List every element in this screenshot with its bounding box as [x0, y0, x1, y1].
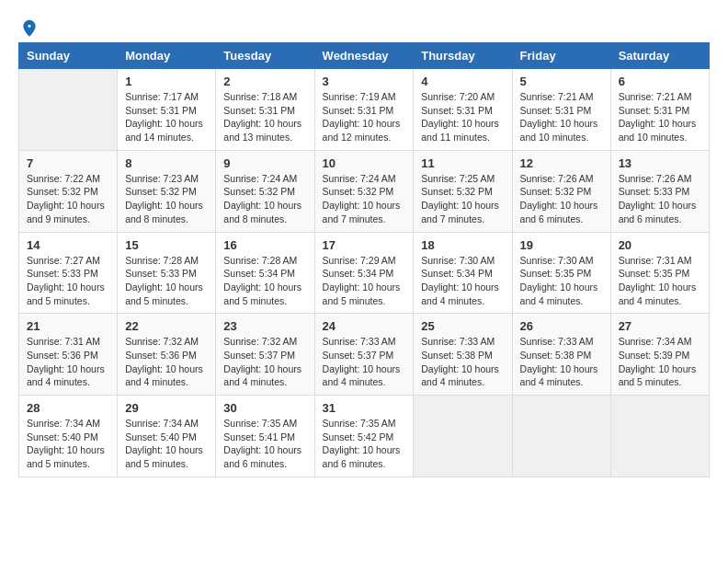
day-number: 19 — [520, 238, 603, 252]
day-number: 28 — [27, 401, 109, 415]
day-number: 9 — [223, 156, 306, 170]
calendar-cell: 20Sunrise: 7:31 AMSunset: 5:35 PMDayligh… — [610, 232, 709, 314]
day-info: Sunrise: 7:32 AMSunset: 5:36 PMDaylight:… — [125, 335, 208, 389]
calendar-cell: 4Sunrise: 7:20 AMSunset: 5:31 PMDaylight… — [414, 69, 512, 151]
calendar-cell: 17Sunrise: 7:29 AMSunset: 5:34 PMDayligh… — [314, 232, 414, 314]
day-info: Sunrise: 7:31 AMSunset: 5:36 PMDaylight:… — [27, 335, 109, 389]
calendar-cell — [414, 396, 512, 477]
calendar-cell: 1Sunrise: 7:17 AMSunset: 5:31 PMDaylight… — [118, 69, 216, 151]
calendar-cell: 27Sunrise: 7:34 AMSunset: 5:39 PMDayligh… — [610, 314, 709, 396]
day-info: Sunrise: 7:20 AMSunset: 5:31 PMDaylight:… — [421, 90, 504, 144]
calendar-cell: 24Sunrise: 7:33 AMSunset: 5:37 PMDayligh… — [314, 314, 414, 396]
day-number: 15 — [125, 238, 208, 252]
day-info: Sunrise: 7:27 AMSunset: 5:33 PMDaylight:… — [27, 254, 109, 308]
day-info: Sunrise: 7:24 AMSunset: 5:32 PMDaylight:… — [323, 172, 406, 226]
day-number: 7 — [27, 156, 109, 170]
calendar-cell: 6Sunrise: 7:21 AMSunset: 5:31 PMDaylight… — [610, 69, 709, 151]
header-cell-sunday: Sunday — [19, 43, 118, 69]
day-info: Sunrise: 7:25 AMSunset: 5:32 PMDaylight:… — [421, 172, 504, 226]
day-number: 5 — [520, 75, 603, 88]
calendar-cell: 19Sunrise: 7:30 AMSunset: 5:35 PMDayligh… — [512, 232, 610, 314]
day-info: Sunrise: 7:21 AMSunset: 5:31 PMDaylight:… — [520, 90, 603, 144]
calendar-cell: 9Sunrise: 7:24 AMSunset: 5:32 PMDaylight… — [216, 150, 314, 232]
day-number: 25 — [421, 319, 504, 333]
day-info: Sunrise: 7:28 AMSunset: 5:34 PMDaylight:… — [223, 254, 306, 308]
day-info: Sunrise: 7:34 AMSunset: 5:40 PMDaylight:… — [27, 417, 109, 471]
week-row-5: 28Sunrise: 7:34 AMSunset: 5:40 PMDayligh… — [19, 396, 710, 477]
day-info: Sunrise: 7:19 AMSunset: 5:31 PMDaylight:… — [323, 90, 406, 144]
calendar-cell — [19, 69, 118, 151]
calendar-cell: 10Sunrise: 7:24 AMSunset: 5:32 PMDayligh… — [314, 150, 414, 232]
day-info: Sunrise: 7:21 AMSunset: 5:31 PMDaylight:… — [619, 90, 701, 144]
header-cell-monday: Monday — [118, 43, 216, 69]
calendar-cell: 12Sunrise: 7:26 AMSunset: 5:32 PMDayligh… — [512, 150, 610, 232]
calendar-cell: 8Sunrise: 7:23 AMSunset: 5:32 PMDaylight… — [118, 150, 216, 232]
day-number: 20 — [619, 238, 701, 252]
logo — [18, 18, 39, 33]
day-number: 17 — [323, 238, 406, 252]
day-info: Sunrise: 7:26 AMSunset: 5:33 PMDaylight:… — [619, 172, 701, 226]
day-info: Sunrise: 7:30 AMSunset: 5:34 PMDaylight:… — [421, 254, 504, 308]
calendar-cell: 2Sunrise: 7:18 AMSunset: 5:31 PMDaylight… — [216, 69, 314, 151]
day-number: 11 — [421, 156, 504, 170]
day-info: Sunrise: 7:34 AMSunset: 5:40 PMDaylight:… — [125, 417, 208, 471]
day-number: 18 — [421, 238, 504, 252]
day-info: Sunrise: 7:17 AMSunset: 5:31 PMDaylight:… — [125, 90, 208, 144]
calendar-cell: 31Sunrise: 7:35 AMSunset: 5:42 PMDayligh… — [314, 396, 414, 477]
calendar-cell: 25Sunrise: 7:33 AMSunset: 5:38 PMDayligh… — [414, 314, 512, 396]
day-number: 27 — [619, 319, 701, 333]
day-number: 1 — [125, 75, 208, 88]
week-row-4: 21Sunrise: 7:31 AMSunset: 5:36 PMDayligh… — [19, 314, 710, 396]
header-cell-wednesday: Wednesday — [314, 43, 414, 69]
day-info: Sunrise: 7:24 AMSunset: 5:32 PMDaylight:… — [223, 172, 306, 226]
calendar-cell: 14Sunrise: 7:27 AMSunset: 5:33 PMDayligh… — [19, 232, 118, 314]
day-number: 16 — [223, 238, 306, 252]
day-number: 2 — [223, 75, 306, 88]
day-number: 26 — [520, 319, 603, 333]
day-info: Sunrise: 7:33 AMSunset: 5:38 PMDaylight:… — [421, 335, 504, 389]
calendar-cell: 3Sunrise: 7:19 AMSunset: 5:31 PMDaylight… — [314, 69, 414, 151]
calendar-cell: 7Sunrise: 7:22 AMSunset: 5:32 PMDaylight… — [19, 150, 118, 232]
header-cell-tuesday: Tuesday — [216, 43, 314, 69]
day-number: 10 — [323, 156, 406, 170]
day-number: 24 — [323, 319, 406, 333]
day-info: Sunrise: 7:34 AMSunset: 5:39 PMDaylight:… — [619, 335, 701, 389]
day-info: Sunrise: 7:35 AMSunset: 5:42 PMDaylight:… — [323, 417, 406, 471]
calendar-cell: 11Sunrise: 7:25 AMSunset: 5:32 PMDayligh… — [414, 150, 512, 232]
day-number: 14 — [27, 238, 109, 252]
week-row-3: 14Sunrise: 7:27 AMSunset: 5:33 PMDayligh… — [19, 232, 710, 314]
day-number: 6 — [619, 75, 701, 88]
calendar: SundayMondayTuesdayWednesdayThursdayFrid… — [18, 42, 710, 477]
week-row-2: 7Sunrise: 7:22 AMSunset: 5:32 PMDaylight… — [19, 150, 710, 232]
day-info: Sunrise: 7:18 AMSunset: 5:31 PMDaylight:… — [223, 90, 306, 144]
calendar-cell: 15Sunrise: 7:28 AMSunset: 5:33 PMDayligh… — [118, 232, 216, 314]
header-row: SundayMondayTuesdayWednesdayThursdayFrid… — [19, 43, 710, 69]
calendar-cell: 21Sunrise: 7:31 AMSunset: 5:36 PMDayligh… — [19, 314, 118, 396]
calendar-cell: 16Sunrise: 7:28 AMSunset: 5:34 PMDayligh… — [216, 232, 314, 314]
day-number: 8 — [125, 156, 208, 170]
day-info: Sunrise: 7:35 AMSunset: 5:41 PMDaylight:… — [223, 417, 306, 471]
calendar-cell: 18Sunrise: 7:30 AMSunset: 5:34 PMDayligh… — [414, 232, 512, 314]
day-number: 13 — [619, 156, 701, 170]
header-cell-friday: Friday — [512, 43, 610, 69]
day-info: Sunrise: 7:31 AMSunset: 5:35 PMDaylight:… — [619, 254, 701, 308]
day-number: 29 — [125, 401, 208, 415]
header — [18, 18, 710, 33]
header-cell-saturday: Saturday — [610, 43, 709, 69]
day-info: Sunrise: 7:22 AMSunset: 5:32 PMDaylight:… — [27, 172, 109, 226]
day-info: Sunrise: 7:30 AMSunset: 5:35 PMDaylight:… — [520, 254, 603, 308]
header-cell-thursday: Thursday — [414, 43, 512, 69]
day-number: 23 — [223, 319, 306, 333]
day-number: 31 — [323, 401, 406, 415]
day-info: Sunrise: 7:29 AMSunset: 5:34 PMDaylight:… — [323, 254, 406, 308]
calendar-cell: 28Sunrise: 7:34 AMSunset: 5:40 PMDayligh… — [19, 396, 118, 477]
calendar-cell: 26Sunrise: 7:33 AMSunset: 5:38 PMDayligh… — [512, 314, 610, 396]
day-info: Sunrise: 7:23 AMSunset: 5:32 PMDaylight:… — [125, 172, 208, 226]
day-number: 12 — [520, 156, 603, 170]
day-number: 30 — [223, 401, 306, 415]
calendar-cell — [610, 396, 709, 477]
day-info: Sunrise: 7:28 AMSunset: 5:33 PMDaylight:… — [125, 254, 208, 308]
calendar-cell: 13Sunrise: 7:26 AMSunset: 5:33 PMDayligh… — [610, 150, 709, 232]
logo-icon — [20, 18, 39, 37]
day-number: 4 — [421, 75, 504, 88]
